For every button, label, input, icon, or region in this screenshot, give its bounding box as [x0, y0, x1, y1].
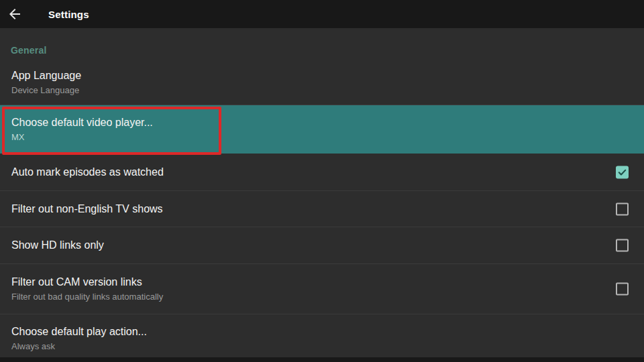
row-title: Filter out CAM version links [11, 276, 644, 288]
row-title: Choose default video player... [11, 117, 644, 129]
checkbox-filter-non-english[interactable] [616, 202, 629, 215]
row-hd-links-only[interactable]: Show HD links only [0, 227, 644, 264]
row-subtitle: Filter out bad quality links automatical… [11, 292, 644, 302]
bottom-shade [0, 357, 644, 362]
row-filter-non-english[interactable]: Filter out non-English TV shows [0, 191, 644, 227]
section-header-general: General [0, 28, 644, 60]
checkbox-hd-links-only[interactable] [616, 239, 629, 252]
section-label: General [11, 45, 47, 56]
row-app-language[interactable]: App Language Device Language [0, 60, 644, 105]
checkbox-filter-cam-links[interactable] [616, 283, 629, 296]
row-default-video-player[interactable]: Choose default video player... MX [0, 105, 644, 154]
page-title: Settings [48, 9, 89, 20]
row-title: Filter out non-English TV shows [11, 203, 644, 215]
row-title: Choose default play action... [11, 326, 644, 338]
row-subtitle: Always ask [11, 341, 644, 351]
checkbox-auto-mark-watched[interactable] [616, 166, 629, 178]
row-title: Auto mark episodes as watched [11, 166, 644, 178]
row-subtitle: MX [11, 132, 644, 142]
row-title: Show HD links only [11, 239, 644, 251]
arrow-back-icon [7, 6, 23, 22]
row-default-play-action[interactable]: Choose default play action... Always ask [0, 314, 644, 362]
top-app-bar: Settings [0, 0, 644, 28]
settings-screen: Settings General App Language Device Lan… [0, 0, 644, 362]
row-filter-cam-links[interactable]: Filter out CAM version links Filter out … [0, 264, 644, 314]
back-button[interactable] [0, 0, 30, 28]
row-subtitle: Device Language [11, 85, 644, 95]
row-auto-mark-watched[interactable]: Auto mark episodes as watched [0, 154, 644, 191]
row-title: App Language [11, 70, 644, 82]
